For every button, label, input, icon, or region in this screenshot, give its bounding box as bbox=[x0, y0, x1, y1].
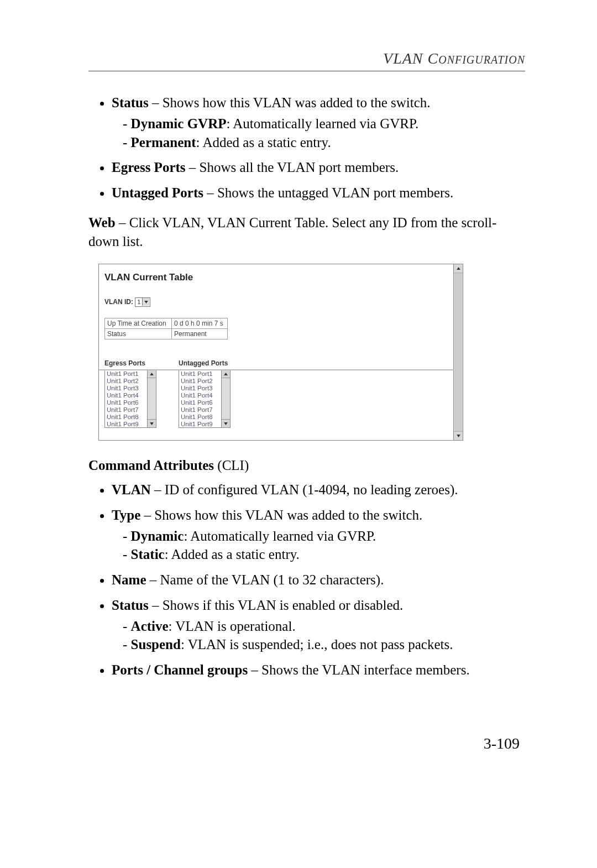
list-item-term: Egress Ports bbox=[112, 160, 186, 175]
web-bold: Web bbox=[88, 215, 116, 230]
sub-term: Permanent bbox=[131, 135, 196, 150]
scroll-down-icon[interactable] bbox=[222, 419, 230, 427]
list-item-desc: – Name of the VLAN (1 to 32 characters). bbox=[146, 572, 384, 587]
sub-list: - Dynamic GVRP: Automatically learned vi… bbox=[123, 114, 525, 152]
svg-marker-0 bbox=[144, 301, 148, 304]
egress-listbox[interactable]: Unit1 Port1Unit1 Port2Unit1 Port3Unit1 P… bbox=[104, 369, 156, 428]
vlan-id-label: VLAN ID: bbox=[104, 298, 133, 306]
list-item-term: Type bbox=[112, 508, 140, 522]
list-item-term: Status bbox=[112, 95, 149, 110]
sub-term: Suspend bbox=[131, 637, 181, 652]
list-item: Ports / Channel groups – Shows the VLAN … bbox=[112, 661, 525, 679]
command-attributes-heading: Command Attributes (CLI) bbox=[88, 456, 525, 475]
running-header: VLAN Configuration bbox=[88, 50, 525, 67]
cmd-attr-rest: (CLI) bbox=[214, 458, 249, 473]
list-item-desc: – ID of configured VLAN (1-4094, no lead… bbox=[151, 482, 458, 497]
list-item-term: Ports / Channel groups bbox=[112, 662, 248, 677]
sub-line: - Static: Added as a static entry. bbox=[123, 545, 525, 564]
sub-term: Dynamic GVRP bbox=[131, 116, 227, 131]
list-item-desc: – Shows the VLAN interface members. bbox=[248, 662, 470, 677]
sub-term: Active bbox=[131, 619, 169, 634]
scroll-down-icon[interactable] bbox=[454, 431, 463, 440]
web-text: – Click VLAN, VLAN Current Table. Select… bbox=[88, 215, 496, 249]
sub-desc: : VLAN is operational. bbox=[169, 619, 296, 634]
list-item: Type – Shows how this VLAN was added to … bbox=[112, 506, 525, 564]
list-item: VLAN – ID of configured VLAN (1-4094, no… bbox=[112, 480, 525, 499]
screenshot-title: VLAN Current Table bbox=[104, 272, 457, 283]
frame-divider bbox=[98, 369, 454, 370]
scrollbar-thumb[interactable] bbox=[454, 273, 462, 431]
untagged-scrollbar[interactable] bbox=[221, 370, 230, 427]
sub-term: Dynamic bbox=[131, 529, 184, 543]
svg-marker-2 bbox=[150, 422, 154, 425]
sub-desc: : Added as a static entry. bbox=[165, 547, 300, 562]
svg-marker-1 bbox=[150, 373, 154, 375]
scroll-up-icon[interactable] bbox=[222, 370, 230, 378]
sub-desc: : Automatically learned via GVRP. bbox=[184, 529, 376, 543]
sub-list: - Active: VLAN is operational.- Suspend:… bbox=[123, 617, 525, 655]
vlan-id-value: 1 bbox=[137, 299, 140, 305]
sub-line: - Dynamic: Automatically learned via GVR… bbox=[123, 527, 525, 546]
status-label: Status bbox=[105, 329, 172, 339]
list-item: Name – Name of the VLAN (1 to 32 charact… bbox=[112, 571, 525, 589]
sub-desc: : VLAN is suspended; i.e., does not pass… bbox=[181, 637, 453, 652]
info-table: Up Time at Creation 0 d 0 h 0 min 7 s St… bbox=[104, 318, 228, 339]
header-smallcaps: Configuration bbox=[428, 50, 525, 67]
screenshot-frame: VLAN Current Table VLAN ID: 1 Up Time at… bbox=[98, 264, 463, 441]
vlan-id-select[interactable]: 1 bbox=[135, 297, 150, 307]
untagged-heading: Untagged Ports bbox=[179, 359, 231, 367]
list-item: Egress Ports – Shows all the VLAN port m… bbox=[112, 158, 525, 177]
sub-line: - Permanent: Added as a static entry. bbox=[123, 133, 525, 152]
svg-marker-5 bbox=[457, 267, 460, 270]
svg-marker-6 bbox=[457, 435, 460, 437]
sub-desc: : Added as a static entry. bbox=[196, 135, 331, 150]
command-attributes-list: VLAN – ID of configured VLAN (1-4094, no… bbox=[88, 480, 525, 679]
list-item-term: Name bbox=[112, 572, 146, 587]
list-item-desc: – Shows if this VLAN is enabled or disab… bbox=[149, 598, 404, 613]
table-row: Up Time at Creation 0 d 0 h 0 min 7 s bbox=[105, 318, 228, 329]
scroll-up-icon[interactable] bbox=[454, 264, 463, 273]
scroll-down-icon[interactable] bbox=[148, 419, 156, 427]
header-rule bbox=[88, 71, 525, 71]
sub-desc: : Automatically learned via GVRP. bbox=[226, 116, 418, 131]
list-item: Status – Shows how this VLAN was added t… bbox=[112, 93, 525, 151]
sub-line: - Suspend: VLAN is suspended; i.e., does… bbox=[123, 635, 525, 654]
list-item-desc: – Shows the untagged VLAN port members. bbox=[203, 185, 453, 200]
list-item-term: VLAN bbox=[112, 482, 151, 497]
uptime-label: Up Time at Creation bbox=[105, 318, 172, 329]
scroll-up-icon[interactable] bbox=[148, 370, 156, 378]
list-item-desc: – Shows all the VLAN port members. bbox=[186, 160, 399, 175]
list-item-desc: – Shows how this VLAN was added to the s… bbox=[149, 95, 431, 110]
egress-heading: Egress Ports bbox=[104, 359, 156, 367]
list-item: Untagged Ports – Shows the untagged VLAN… bbox=[112, 184, 525, 202]
frame-scrollbar[interactable] bbox=[453, 264, 463, 440]
list-item-term: Status bbox=[112, 598, 149, 613]
untagged-listbox[interactable]: Unit1 Port1Unit1 Port2Unit1 Port3Unit1 P… bbox=[179, 369, 231, 428]
section1-list: Status – Shows how this VLAN was added t… bbox=[88, 93, 525, 202]
table-row: Status Permanent bbox=[105, 329, 228, 339]
list-item-desc: – Shows how this VLAN was added to the s… bbox=[140, 508, 422, 522]
status-value: Permanent bbox=[172, 329, 228, 339]
chevron-down-icon[interactable] bbox=[142, 298, 149, 306]
header-italic: VLAN bbox=[383, 50, 423, 67]
uptime-value: 0 d 0 h 0 min 7 s bbox=[172, 318, 228, 329]
cmd-attr-bold: Command Attributes bbox=[88, 458, 214, 473]
sub-term: Static bbox=[131, 547, 165, 562]
svg-marker-4 bbox=[224, 422, 228, 425]
svg-marker-3 bbox=[224, 373, 228, 375]
sub-list: - Dynamic: Automatically learned via GVR… bbox=[123, 527, 525, 564]
list-item-term: Untagged Ports bbox=[112, 185, 203, 200]
sub-line: - Active: VLAN is operational. bbox=[123, 617, 525, 636]
web-paragraph: Web – Click VLAN, VLAN Current Table. Se… bbox=[88, 213, 525, 251]
page-number: 3-109 bbox=[88, 735, 520, 752]
egress-scrollbar[interactable] bbox=[147, 370, 156, 427]
vlan-id-row: VLAN ID: 1 bbox=[104, 297, 457, 307]
sub-line: - Dynamic GVRP: Automatically learned vi… bbox=[123, 114, 525, 133]
list-item: Status – Shows if this VLAN is enabled o… bbox=[112, 596, 525, 654]
